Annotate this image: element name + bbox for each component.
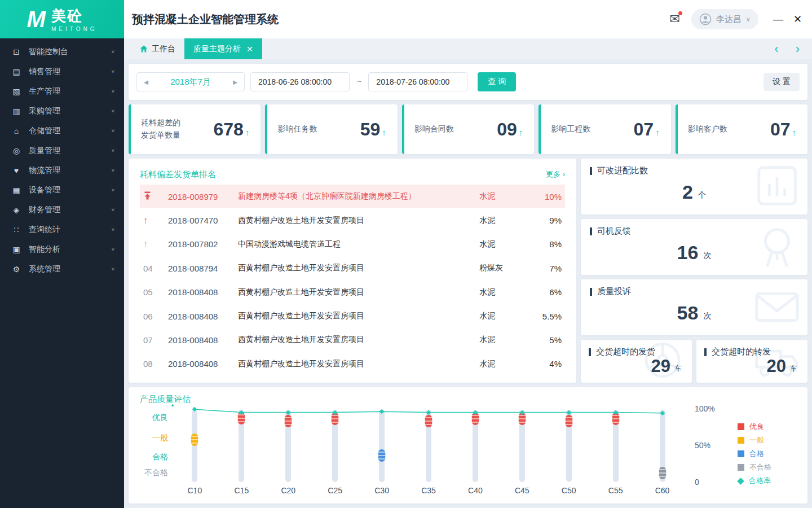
- sidebar-item-analysis[interactable]: ▣智能分析∨: [0, 239, 124, 259]
- sidebar-item-statistics[interactable]: ∷查询统计∨: [0, 220, 124, 239]
- sidebar-nav: ⊡智能控制台∨▤销售管理∨▧生产管理∨▥采购管理∨⌂仓储管理∨◎质量管理∨♥物流…: [0, 38, 124, 279]
- user-menu[interactable]: 李达昌 ∨: [691, 9, 758, 29]
- ranking-row[interactable]: 042018-008794西黄村棚户改造土地开发安置房项目粉煤灰7%: [140, 256, 565, 280]
- sidebar-item-production[interactable]: ▧生产管理∨: [0, 81, 124, 101]
- ranking-row[interactable]: 052018-008408西黄村棚户改造土地开发安置房项目水泥6%: [140, 281, 565, 304]
- month-label[interactable]: 2018年7月: [155, 77, 226, 87]
- rank-number: 08: [143, 359, 168, 369]
- mail-button[interactable]: ✉: [669, 12, 679, 27]
- date-from-input[interactable]: 2018-06-26 08:00:00: [250, 72, 350, 91]
- x-tick-label: C35: [405, 486, 452, 495]
- legend-item-优良[interactable]: 优良: [738, 422, 796, 432]
- month-next-button[interactable]: ▶: [226, 79, 244, 85]
- order-number: 2018-008979: [168, 192, 238, 202]
- legend-label: 合格: [749, 449, 764, 459]
- project-name: 西黄村棚户改造土地开发安置房项目: [238, 335, 479, 345]
- legend-item-一般[interactable]: 一般: [738, 435, 796, 445]
- warehouse-icon: ⌂: [11, 126, 21, 135]
- chevron-down-icon: ∨: [111, 207, 115, 212]
- chevron-down-icon: ∨: [111, 247, 115, 252]
- legend-label: 合格率: [749, 476, 771, 486]
- sidebar-item-equipment[interactable]: ▦设备管理∨: [0, 180, 124, 200]
- settings-button[interactable]: 设 置: [764, 73, 800, 91]
- tab-workbench[interactable]: 工作台: [131, 38, 184, 59]
- legend-swatch: [738, 464, 744, 471]
- chevron-down-icon: ∨: [111, 89, 115, 94]
- brand-mark-icon: M: [27, 8, 46, 30]
- date-to-input[interactable]: 2018-07-26 08:00:00: [368, 72, 467, 91]
- equipment-icon: ▦: [11, 186, 21, 195]
- legend-label: 不合格: [749, 462, 771, 472]
- grade-axis: ▲ 优良一般合格不合格: [140, 409, 171, 482]
- date-range-separator: ~: [355, 77, 363, 87]
- legend-swatch: [737, 478, 744, 485]
- percent-tick-label: 0: [695, 478, 699, 487]
- tabs-prev-button[interactable]: ‹: [774, 43, 778, 55]
- sidebar-item-system[interactable]: ⚙系统管理∨: [0, 259, 124, 279]
- ranking-row[interactable]: ↑2018-007470西黄村棚户改造土地开发安置房项目水泥9%: [140, 208, 565, 232]
- project-name: 西黄村棚户改造土地开发安置房项目: [238, 311, 479, 321]
- kpi-value: 16: [677, 242, 699, 264]
- kpi-value: 2: [682, 181, 693, 203]
- project-name: 西黄村棚户改造土地开发安置房项目: [238, 287, 479, 297]
- app-window: M 美砼 MEITONG ⊡智能控制台∨▤销售管理∨▧生产管理∨▥采购管理∨⌂仓…: [0, 0, 812, 508]
- sidebar-item-procurement[interactable]: ▥采购管理∨: [0, 101, 124, 121]
- ranking-row[interactable]: 082018-008408西黄村棚户改造土地开发安置房项目水泥4%: [140, 352, 565, 376]
- chevron-down-icon: ∨: [111, 266, 115, 271]
- title-tick: [589, 348, 591, 356]
- sidebar-item-label: 质量管理: [29, 146, 60, 156]
- sidebar-item-label: 系统管理: [29, 264, 60, 274]
- rank-top-icon: [143, 191, 168, 202]
- kpi-unit: 个: [698, 183, 706, 200]
- sidebar-item-finance[interactable]: ◈财务管理∨: [0, 200, 124, 220]
- chart-plot: [171, 409, 686, 482]
- minimize-button[interactable]: —: [773, 14, 783, 24]
- chevron-down-icon: ∨: [111, 187, 115, 192]
- ranking-row[interactable]: ↑2018-007802中国动漫游戏城电缆管道工程水泥8%: [140, 233, 565, 256]
- content-area: ◀ 2018年7月 ▶ 2018-06-26 08:00:00 ~ 2018-0…: [124, 59, 812, 508]
- order-number: 2018-008408: [168, 359, 238, 369]
- more-link[interactable]: 更多 ›: [546, 169, 565, 179]
- sidebar-item-logistics[interactable]: ♥物流管理∨: [0, 160, 124, 180]
- title-tick: [590, 227, 592, 235]
- kpi-value: 29: [651, 357, 670, 375]
- up-arrow-icon: ↑: [519, 128, 523, 140]
- ranking-row[interactable]: 072018-008408西黄村棚户改造土地开发安置房项目水泥5%: [140, 328, 565, 352]
- tabs-next-button[interactable]: ›: [796, 43, 800, 55]
- tab-quality-analysis[interactable]: 质量主题分析 ✕: [184, 38, 262, 59]
- month-picker: ◀ 2018年7月 ▶: [136, 72, 245, 91]
- legend-item-不合格[interactable]: 不合格: [738, 462, 796, 472]
- material-name: 水泥: [479, 359, 532, 369]
- x-tick-label: C60: [639, 486, 686, 495]
- kpi-value: 20: [767, 357, 786, 375]
- deviation-percent: 4%: [532, 359, 562, 369]
- legend-item-合格[interactable]: 合格: [738, 449, 796, 459]
- rank-number: 05: [143, 287, 168, 297]
- up-arrow-icon: ↑: [245, 128, 250, 140]
- tab-close-icon[interactable]: ✕: [246, 45, 253, 54]
- sidebar-item-label: 销售管理: [29, 67, 60, 77]
- sidebar-item-warehouse[interactable]: ⌂仓储管理∨: [0, 121, 124, 141]
- sidebar-item-quality[interactable]: ◎质量管理∨: [0, 141, 124, 160]
- sidebar-item-label: 生产管理: [29, 86, 60, 97]
- month-prev-button[interactable]: ◀: [137, 79, 155, 85]
- production-icon: ▧: [11, 87, 21, 96]
- stat-card: 影响任务数59↑: [265, 104, 397, 154]
- close-button[interactable]: ✕: [793, 14, 802, 24]
- sales-icon: ▤: [11, 67, 21, 76]
- sidebar-item-sales[interactable]: ▤销售管理∨: [0, 62, 124, 81]
- ranking-row[interactable]: 062018-008408西黄村棚户改造土地开发安置房项目水泥5.5%: [140, 304, 565, 328]
- material-name: 粉煤灰: [479, 263, 532, 273]
- ranking-row[interactable]: 2018-008979新建病房楼等4项（北京肿瘤医院新建病房楼工程）水泥10%: [140, 185, 565, 208]
- sidebar-item-console[interactable]: ⊡智能控制台∨: [0, 42, 124, 62]
- legend-label: 优良: [749, 422, 764, 432]
- axis-arrow-icon: ▲: [170, 402, 175, 408]
- project-name: 西黄村棚户改造土地开发安置房项目: [238, 216, 479, 226]
- stat-title: 影响客户数: [688, 123, 727, 135]
- chevron-down-icon: ∨: [111, 148, 115, 153]
- material-name: 水泥: [479, 239, 532, 249]
- query-button[interactable]: 查 询: [478, 72, 516, 91]
- statistics-icon: ∷: [11, 225, 21, 234]
- legend-item-合格率[interactable]: 合格率: [738, 476, 796, 486]
- avatar-icon: [699, 13, 712, 25]
